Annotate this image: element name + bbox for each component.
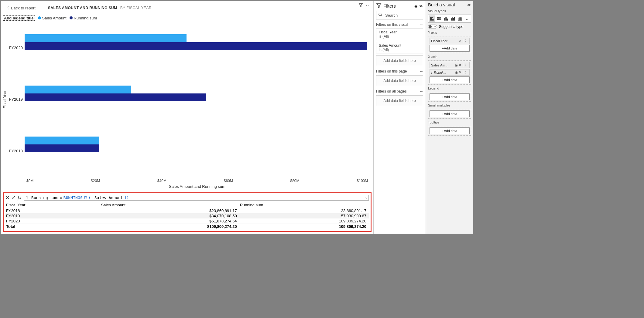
- svg-rect-11: [447, 19, 448, 20]
- filter-field: Fiscal Year: [379, 30, 420, 34]
- build-title: Build a visual: [428, 2, 461, 7]
- collapse-pane-icon[interactable]: ≫: [467, 3, 471, 7]
- bar-running-fy2020[interactable]: [25, 42, 367, 50]
- bar-sales-fy2020[interactable]: [25, 34, 187, 42]
- remove-icon[interactable]: ✕: [459, 70, 461, 74]
- vt-stacked-bar-icon[interactable]: [436, 15, 442, 22]
- formula-arg-field: Sales Amount: [94, 195, 123, 200]
- col-header[interactable]: Fiscal Year: [5, 202, 101, 208]
- visibility-icon[interactable]: ◉: [455, 70, 458, 75]
- fx-icon[interactable]: fx: [18, 195, 21, 201]
- suggest-toggle[interactable]: Off: [428, 25, 437, 29]
- legend-title-placeholder[interactable]: Add legend title: [3, 15, 35, 21]
- filter-card[interactable]: Sales Amount is (All): [376, 42, 423, 53]
- more-icon[interactable]: ···: [462, 3, 465, 7]
- plot-area[interactable]: [25, 22, 368, 177]
- filters-section-label: Filters on all pages: [376, 89, 407, 93]
- filter-state: is (All): [379, 48, 420, 52]
- add-data-xaxis[interactable]: +Add data: [430, 76, 470, 83]
- expand-icon[interactable]: 〉: [465, 39, 468, 43]
- col-header[interactable]: Sales Amount: [101, 202, 239, 208]
- vt-expand-icon[interactable]: ⌄: [464, 15, 470, 22]
- add-data-tooltips[interactable]: +Add data: [430, 127, 470, 134]
- well-label-legend: Legend: [428, 86, 471, 90]
- bar-running-fy2019[interactable]: [25, 93, 206, 101]
- well-legend[interactable]: +Add data: [428, 92, 471, 102]
- filters-section-label: Filters on this page: [376, 69, 407, 73]
- legend-swatch-2: [70, 16, 73, 19]
- filters-section-page: Filters on this page ···: [376, 69, 423, 73]
- table-row[interactable]: FY2020$51,878,274.54109,809,274.20: [5, 218, 369, 224]
- formula-table-panel: ✕ ✓ fx 1 Running sum = RUNNINGSUM ([ Sal…: [3, 192, 372, 232]
- back-to-report[interactable]: 〈 Back to report: [5, 5, 36, 11]
- app-root: ··· 〈 Back to report SALES AMOUNT AND RU…: [1, 1, 473, 234]
- field-pill-label: Sales Am…: [431, 63, 454, 67]
- table-row[interactable]: FY2018$23,860,891.1723,860,891.17: [5, 208, 369, 214]
- well-tooltips[interactable]: +Add data: [428, 126, 471, 136]
- svg-rect-14: [453, 18, 454, 20]
- svg-rect-5: [437, 17, 439, 18]
- well-label-small-multiples: Small multiples: [428, 103, 471, 107]
- filter-funnel-icon[interactable]: [358, 3, 363, 8]
- visibility-icon[interactable]: ◉: [455, 63, 458, 67]
- add-data-yaxis[interactable]: +Add data: [430, 45, 470, 52]
- table-row[interactable]: FY2019$34,070,108.5057,930,999.67: [5, 213, 369, 218]
- chart-title-sub: BY FISCAL YEAR: [120, 6, 152, 10]
- x-tick: $80M: [290, 179, 300, 183]
- x-tick: $60M: [224, 179, 233, 183]
- formula-cancel-icon[interactable]: ✕: [5, 195, 10, 201]
- filters-header: Filters ◉ ≫: [376, 3, 423, 9]
- vt-clustered-column-icon[interactable]: [443, 15, 449, 22]
- formula-confirm-icon[interactable]: ✓: [12, 195, 16, 201]
- expand-icon[interactable]: 〉: [465, 70, 468, 75]
- filters-section-label: Filters on this visual: [376, 22, 408, 27]
- visibility-icon[interactable]: ◉: [414, 4, 417, 8]
- well-xaxis[interactable]: Sales Am… ◉✕〉 ƒ Runni… ◉✕〉 +Add data: [428, 60, 471, 85]
- svg-rect-2: [430, 17, 433, 18]
- vt-grouped-column-icon[interactable]: [450, 15, 456, 22]
- well-small-multiples[interactable]: +Add data: [428, 109, 471, 119]
- formula-collapse-line: [356, 196, 361, 196]
- well-yaxis[interactable]: Fiscal Year ✕〉 +Add data: [428, 36, 471, 53]
- y-axis-labels: FY2020 FY2019 FY2018: [8, 22, 25, 177]
- field-pill-running-sum[interactable]: ƒ Runni… ◉✕〉: [430, 69, 470, 76]
- filter-drop-page[interactable]: Add data fields here: [376, 75, 423, 86]
- formula-expand-icon[interactable]: ⌄: [365, 195, 367, 199]
- add-data-small-multiples[interactable]: +Add data: [430, 110, 470, 117]
- formula-input[interactable]: 1 Running sum = RUNNINGSUM ([ Sales Amou…: [24, 195, 369, 201]
- remove-icon[interactable]: ✕: [459, 39, 461, 43]
- chart: Fiscal Year FY2020 FY2019 FY2018: [1, 21, 369, 191]
- filters-search[interactable]: Search: [376, 11, 423, 19]
- more-icon[interactable]: ···: [420, 89, 423, 93]
- field-pill-sales-amount[interactable]: Sales Am… ◉✕〉: [430, 62, 470, 68]
- more-icon[interactable]: ···: [366, 3, 371, 8]
- legend-label-2: Running sum: [74, 16, 97, 20]
- add-data-legend[interactable]: +Add data: [430, 93, 470, 100]
- more-icon[interactable]: ···: [420, 69, 423, 73]
- filter-card[interactable]: Fiscal Year is (All): [376, 29, 423, 40]
- collapse-pane-icon[interactable]: ≫: [419, 4, 423, 8]
- table-total-row[interactable]: Total$109,809,274.20109,809,274.20: [5, 224, 369, 229]
- more-icon[interactable]: ···: [420, 22, 423, 27]
- vt-table-icon[interactable]: [457, 15, 463, 22]
- svg-rect-6: [439, 17, 440, 18]
- vertical-divider: [44, 4, 44, 12]
- filter-drop-visual[interactable]: Add data fields here: [376, 55, 423, 66]
- filter-field: Sales Amount: [379, 43, 420, 48]
- bar-running-fy2018[interactable]: [25, 144, 99, 152]
- remove-icon[interactable]: ✕: [459, 63, 461, 67]
- suggest-type-row: Off Suggest a type: [428, 25, 471, 29]
- field-pill-fiscal-year[interactable]: Fiscal Year ✕〉: [430, 38, 470, 44]
- bar-sales-fy2018[interactable]: [25, 137, 99, 144]
- col-header[interactable]: Running sum: [239, 202, 369, 208]
- field-pill-label: Runni…: [434, 71, 454, 74]
- x-tick: $100M: [357, 179, 368, 183]
- filters-search-placeholder: Search: [385, 13, 398, 18]
- expand-icon[interactable]: 〉: [465, 63, 468, 67]
- legend-swatch-1: [38, 16, 41, 19]
- filter-drop-all[interactable]: Add data fields here: [376, 95, 423, 106]
- bar-sales-fy2019[interactable]: [25, 86, 131, 93]
- vt-clustered-bar-icon[interactable]: [429, 15, 435, 22]
- svg-line-1: [381, 15, 382, 16]
- formula-arg-open: ([: [88, 195, 93, 200]
